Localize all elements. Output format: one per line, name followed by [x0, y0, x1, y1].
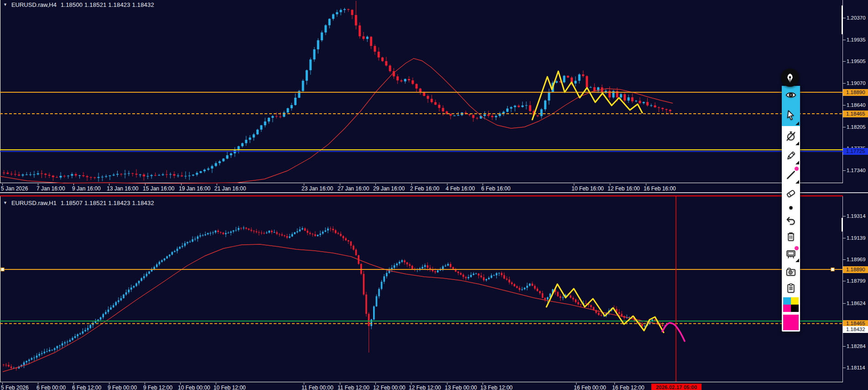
selection-handle[interactable]: [831, 268, 834, 271]
price-tick: [843, 127, 846, 127]
color-palette-grid: [783, 297, 799, 312]
price-badge: 1.18890: [843, 89, 868, 96]
pen-tool-fab[interactable]: [781, 69, 799, 87]
palette-color-0[interactable]: [783, 297, 791, 305]
zigzag-drawing[interactable]: [546, 284, 664, 332]
price-tick-label: 1.20370: [847, 15, 866, 21]
chart-title-h1: ▼ EURUSD.raw,H1 1.18507 1.18521 1.18423 …: [3, 200, 154, 206]
clipboard-tool-button[interactable]: [782, 280, 800, 296]
cursor-icon: [785, 109, 797, 121]
price-tick: [843, 170, 846, 171]
camera-tool-button[interactable]: [782, 263, 800, 280]
time-label: 9 Jan 16:00: [72, 185, 101, 192]
eraser-icon: [785, 188, 797, 200]
stopwatch-off-tool-button[interactable]: [782, 126, 800, 146]
price-badge: 1.18890: [843, 266, 868, 273]
color-palette-button[interactable]: [782, 296, 800, 313]
price-tick-label: 1.18969: [847, 257, 866, 262]
line-tool-button[interactable]: [782, 165, 800, 184]
symbol-period-h4: EURUSD.raw,H4: [11, 1, 57, 8]
chart-plot-h1[interactable]: [0, 195, 843, 382]
time-label: 6 Feb 12:00: [72, 385, 101, 390]
eye-icon: [785, 89, 797, 101]
time-label: 13 Feb 12:00: [480, 385, 513, 390]
price-badge: 1.17725: [843, 148, 868, 155]
active-color-swatch: [783, 315, 799, 330]
pane-splitter[interactable]: [0, 192, 868, 193]
candlesticks: [3, 1, 671, 182]
price-tick: [843, 40, 846, 40]
dot-size-icon: [785, 202, 797, 214]
time-label: 12 Feb 16:00: [608, 185, 640, 192]
time-axis-h1[interactable]: 5 Feb 20266 Feb 00:006 Feb 12:009 Feb 00…: [0, 383, 843, 390]
ohlc-values-h4: 1.18500 1.18521 1.18423 1.18432: [61, 1, 154, 8]
price-tick: [843, 61, 846, 62]
trash-tool-button[interactable]: [782, 228, 800, 245]
time-label: 16 Feb 16:00: [644, 185, 676, 192]
price-axis-h1[interactable]: 1.193141.191391.189691.187991.186241.182…: [843, 193, 868, 390]
price-tick: [843, 18, 846, 18]
time-label: 13 Feb 00:00: [445, 385, 477, 390]
price-tick: [843, 238, 846, 238]
palette-color-1[interactable]: [791, 297, 799, 305]
moving-average-line: [3, 244, 659, 372]
dot-size-tool-button[interactable]: [782, 203, 800, 213]
chart-title-h4: ▼ EURUSD.raw,H4 1.18500 1.18521 1.18423 …: [3, 1, 154, 8]
time-label: 9 Feb 12:00: [143, 385, 172, 390]
collapse-triangle-icon[interactable]: ▼: [3, 2, 7, 7]
trash-icon: [785, 231, 797, 242]
price-tick-label: 1.19314: [847, 213, 866, 219]
time-label: 23 Jan 16:00: [301, 185, 333, 192]
price-tick: [843, 105, 846, 105]
time-label: 21 Jan 16:00: [214, 185, 246, 192]
vertical-line-time-badge: 2026.02.17 05:00: [651, 384, 702, 390]
pencil-tool-button[interactable]: [782, 146, 800, 165]
time-label: 19 Jan 16:00: [179, 185, 210, 192]
palette-color-3[interactable]: [791, 305, 799, 312]
palette-color-2[interactable]: [783, 305, 791, 312]
chart-plot-h4[interactable]: [0, 0, 843, 184]
price-axis-h4[interactable]: 1.203701.199351.195051.190701.186401.182…: [843, 0, 868, 192]
price-tick-label: 1.17340: [847, 168, 866, 173]
board-tool-button[interactable]: [782, 245, 800, 263]
undo-tool-button[interactable]: [782, 213, 800, 228]
price-badge: 1.18432: [843, 326, 868, 333]
plot-borders: [0, 196, 843, 382]
time-axis-h4[interactable]: 5 Jan 20267 Jan 16:009 Jan 16:0013 Jan 1…: [0, 184, 843, 192]
price-tick-label: 1.19070: [847, 80, 866, 86]
clipboard-icon: [785, 282, 797, 294]
price-tick-label: 1.18624: [847, 300, 866, 306]
price-tick: [843, 259, 846, 260]
eraser-tool-button[interactable]: [782, 184, 800, 203]
time-label: 5 Feb 2026: [1, 385, 29, 390]
price-tick-label: 1.18640: [847, 102, 866, 108]
time-label: 12 Feb 00:00: [373, 385, 405, 390]
stopwatch-off-icon: [785, 130, 797, 142]
undo-icon: [785, 215, 797, 227]
price-tick: [843, 83, 846, 84]
pen-drawing[interactable]: [662, 323, 685, 341]
time-label: 6 Feb 16:00: [481, 185, 510, 192]
time-label: 2 Feb 16:00: [410, 185, 439, 192]
time-label: 10 Feb 16:00: [572, 185, 604, 192]
cursor-tool-button[interactable]: [782, 104, 800, 126]
price-tick: [843, 368, 846, 368]
time-label: 16 Feb 00:00: [574, 385, 606, 390]
drawing-toolbar: [782, 86, 800, 332]
price-tick-label: 1.18114: [847, 365, 865, 370]
time-label: 5 Jan 2026: [1, 185, 28, 192]
time-label: 10 Feb 00:00: [178, 385, 210, 390]
trading-terminal: ▼ EURUSD.raw,H4 1.18500 1.18521 1.18423 …: [0, 0, 868, 390]
price-tick: [843, 281, 846, 281]
eye-tool-button[interactable]: [782, 86, 800, 104]
ohlc-values-h1: 1.18507 1.18521 1.18423 1.18432: [61, 200, 154, 206]
time-label: 13 Jan 16:00: [107, 185, 138, 192]
selection-handle[interactable]: [1, 268, 4, 271]
line-icon: [785, 169, 797, 181]
price-badge: 1.18465: [843, 111, 868, 117]
time-label: 10 Feb 12:00: [213, 385, 246, 390]
price-tick-label: 1.19505: [847, 58, 866, 64]
pencil-icon: [785, 150, 797, 162]
collapse-triangle-icon[interactable]: ▼: [3, 200, 7, 205]
active-color-swatch-button[interactable]: [782, 313, 800, 332]
